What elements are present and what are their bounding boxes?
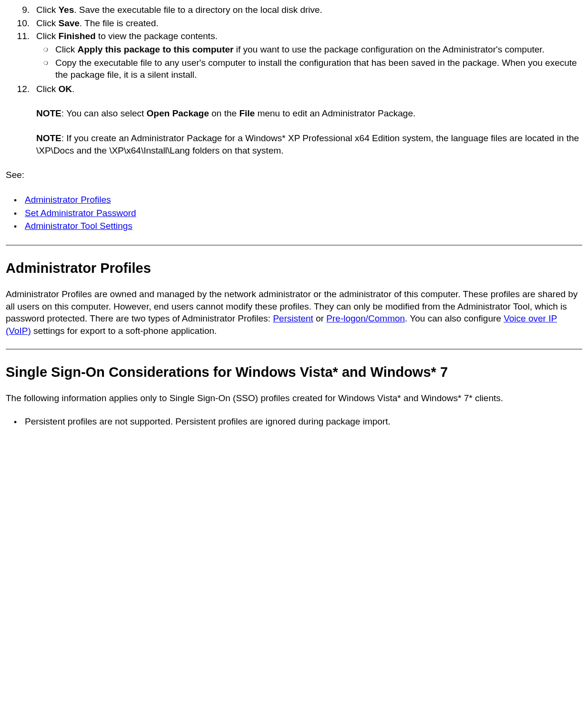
disc-bullet-icon: ● [6,415,25,428]
step-11b: ❍ Copy the executable file to any user's… [36,57,582,81]
disc-bullet-icon: ● [6,207,25,219]
step-number: 11. [6,30,36,82]
step-9: 9. Click Yes. Save the executable file t… [6,4,582,16]
step-number: 12. [6,83,36,157]
section-divider [6,245,582,246]
admin-profiles-heading: Administrator Profiles [6,259,582,278]
step-content: Click Yes. Save the executable file to a… [36,4,582,16]
sso-bullet-text: Persistent profiles are not supported. P… [25,415,582,428]
admin-profiles-link[interactable]: Administrator Profiles [25,195,111,205]
step-11a: ❍ Click Apply this package to this compu… [36,43,582,56]
persistent-link[interactable]: Persistent [273,313,313,323]
substep-content: Click Apply this package to this compute… [55,43,582,56]
set-admin-password-link[interactable]: Set Administrator Password [25,208,136,218]
disc-bullet-icon: ● [6,194,25,206]
circle-bullet-icon: ❍ [36,43,55,56]
note-1: NOTE: You can also select Open Package o… [36,107,582,120]
see-label: See: [6,169,582,181]
circle-bullet-icon: ❍ [36,57,55,81]
step-12: 12. Click OK. NOTE: You can also select … [6,83,582,157]
see-links-list: ● Administrator Profiles ● Set Administr… [6,194,582,232]
step-content: Click Save. The file is created. [36,17,582,30]
sso-paragraph: The following information applies only t… [6,392,582,404]
section-divider [6,349,582,350]
step-content: Click OK. NOTE: You can also select Open… [36,83,582,157]
step-content: Click Finished to view the package conte… [36,30,582,82]
admin-tool-settings-link[interactable]: Administrator Tool Settings [25,221,133,231]
step-number: 9. [6,4,36,16]
step-11-sublist: ❍ Click Apply this package to this compu… [36,43,582,81]
step-11: 11. Click Finished to view the package c… [6,30,582,82]
pre-logon-common-link[interactable]: Pre-logon/Common [326,313,405,323]
see-link-item: ● Administrator Tool Settings [6,220,582,232]
step-number: 10. [6,17,36,30]
admin-profiles-paragraph: Administrator Profiles are owned and man… [6,288,582,337]
sso-bullet-list: ● Persistent profiles are not supported.… [6,415,582,428]
note-2: NOTE: If you create an Administrator Pac… [36,132,582,156]
sso-bullet-item: ● Persistent profiles are not supported.… [6,415,582,428]
step-10: 10. Click Save. The file is created. [6,17,582,30]
substep-content: Copy the executable file to any user's c… [55,57,582,81]
see-link-item: ● Set Administrator Password [6,207,582,219]
sso-heading: Single Sign-On Considerations for Window… [6,363,582,382]
see-link-item: ● Administrator Profiles [6,194,582,206]
numbered-steps-list: 9. Click Yes. Save the executable file t… [6,4,582,156]
disc-bullet-icon: ● [6,220,25,232]
